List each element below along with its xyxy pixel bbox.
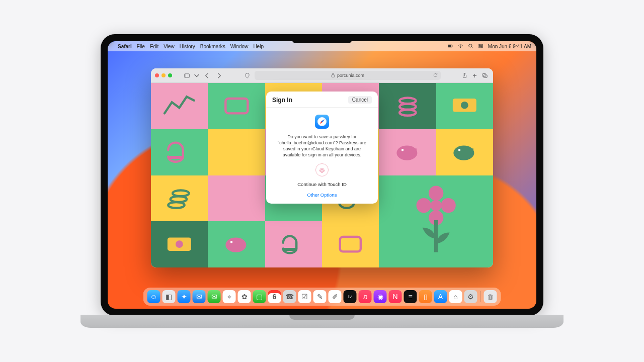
lock-icon bbox=[331, 73, 335, 78]
svg-point-47 bbox=[230, 241, 232, 243]
battery-icon[interactable] bbox=[448, 43, 453, 50]
svg-point-27 bbox=[461, 102, 468, 109]
macbook-mock: Safari File Edit View History Bookmarks … bbox=[101, 34, 543, 328]
menu-datetime[interactable]: Mon Jun 6 9:41 AM bbox=[488, 44, 531, 49]
dock-app-calendar[interactable]: 6 bbox=[268, 290, 281, 303]
dock-app-facetime[interactable]: ▢ bbox=[253, 290, 266, 303]
tab-overview-icon[interactable] bbox=[480, 71, 489, 79]
chevron-down-icon[interactable] bbox=[194, 71, 199, 79]
svg-point-6 bbox=[479, 44, 480, 45]
dock-app-appstore[interactable]: A bbox=[434, 290, 447, 303]
dock-app-contacts[interactable]: ☎ bbox=[283, 290, 296, 303]
svg-point-46 bbox=[225, 238, 246, 252]
dock-app-photos[interactable]: ✿ bbox=[238, 290, 251, 303]
dock: ☺◧✦✉✉⌖✿▢6☎☑✎✐tv♫◉N≡▯A⌂⚙🗑 bbox=[143, 288, 501, 306]
share-icon[interactable] bbox=[460, 71, 469, 79]
nav-back[interactable] bbox=[202, 71, 211, 79]
svg-point-42 bbox=[441, 198, 455, 213]
passkey-dialog: Sign In Cancel Do you want to save a pas… bbox=[266, 92, 378, 204]
sidebar-toggle[interactable] bbox=[182, 71, 191, 79]
dialog-message: Do you want to save a passkey for "chell… bbox=[275, 134, 369, 158]
svg-point-33 bbox=[458, 149, 460, 151]
svg-rect-1 bbox=[448, 45, 451, 47]
svg-rect-14 bbox=[225, 99, 248, 113]
safari-window: porcunia.com bbox=[151, 68, 493, 267]
svg-point-41 bbox=[417, 198, 431, 213]
dialog-title: Sign In bbox=[272, 97, 292, 104]
window-close[interactable] bbox=[155, 73, 159, 77]
address-bar[interactable]: porcunia.com bbox=[255, 71, 441, 80]
svg-point-38 bbox=[431, 200, 442, 211]
address-text: porcunia.com bbox=[337, 73, 364, 78]
laptop-base bbox=[80, 315, 564, 328]
dock-app-notes[interactable]: ✎ bbox=[313, 290, 327, 303]
dock-app-stocks[interactable]: ≡ bbox=[404, 290, 417, 303]
spotlight-icon[interactable] bbox=[468, 43, 473, 50]
safari-app-icon bbox=[315, 115, 329, 129]
dock-app-books[interactable]: ▯ bbox=[419, 290, 432, 303]
desktop: Safari File Edit View History Bookmarks … bbox=[108, 41, 536, 309]
window-minimize[interactable] bbox=[162, 73, 166, 77]
menu-window[interactable]: Window bbox=[230, 44, 249, 49]
dock-app-messages[interactable]: ✉ bbox=[208, 290, 221, 303]
dock-app-launchpad[interactable]: ◧ bbox=[163, 290, 176, 303]
svg-rect-11 bbox=[332, 74, 335, 77]
cancel-button[interactable]: Cancel bbox=[348, 96, 372, 104]
svg-rect-2 bbox=[452, 45, 453, 46]
menu-view[interactable]: View bbox=[164, 44, 175, 49]
dock-app-news[interactable]: N bbox=[389, 290, 402, 303]
svg-rect-31 bbox=[414, 148, 417, 153]
new-tab-icon[interactable] bbox=[470, 71, 479, 79]
menu-history[interactable]: History bbox=[180, 44, 195, 49]
window-zoom[interactable] bbox=[168, 73, 172, 77]
menu-bookmarks[interactable]: Bookmarks bbox=[200, 44, 225, 49]
svg-point-37 bbox=[173, 190, 189, 196]
safari-toolbar: porcunia.com bbox=[151, 68, 493, 83]
continue-label: Continue with Touch ID bbox=[297, 182, 347, 187]
dock-app-finder[interactable]: ☺ bbox=[147, 290, 160, 303]
svg-point-39 bbox=[429, 186, 443, 200]
svg-point-25 bbox=[399, 98, 416, 104]
dock-app-freeform[interactable]: ✐ bbox=[329, 290, 342, 303]
dock-app-home[interactable]: ⌂ bbox=[449, 290, 462, 303]
svg-rect-34 bbox=[470, 148, 473, 153]
other-options-link[interactable]: Other Options bbox=[307, 192, 337, 198]
dock-app-maps[interactable]: ⌖ bbox=[223, 290, 236, 303]
dock-app-safari[interactable]: ✦ bbox=[178, 290, 191, 303]
wifi-icon[interactable] bbox=[458, 43, 463, 50]
svg-point-30 bbox=[401, 149, 404, 151]
dock-app-music[interactable]: ♫ bbox=[359, 290, 372, 303]
dock-app-reminders[interactable]: ☑ bbox=[298, 290, 311, 303]
display-notch bbox=[292, 34, 352, 43]
svg-point-45 bbox=[176, 241, 183, 248]
dock-app-mail[interactable]: ✉ bbox=[193, 290, 206, 303]
dock-separator bbox=[480, 291, 481, 302]
dock-app-tv[interactable]: tv bbox=[344, 290, 357, 303]
svg-rect-9 bbox=[184, 73, 189, 77]
menu-file[interactable]: File bbox=[137, 44, 145, 49]
menu-edit[interactable]: Edit bbox=[150, 44, 158, 49]
reload-icon[interactable] bbox=[433, 73, 438, 78]
svg-line-4 bbox=[471, 47, 472, 48]
touch-id-icon[interactable] bbox=[315, 163, 329, 176]
svg-rect-48 bbox=[282, 248, 297, 251]
svg-rect-28 bbox=[168, 156, 184, 159]
privacy-report-icon[interactable] bbox=[243, 71, 252, 79]
dock-trash[interactable]: 🗑 bbox=[484, 290, 497, 303]
svg-point-8 bbox=[481, 46, 482, 47]
nav-forward[interactable] bbox=[214, 71, 223, 79]
app-menu[interactable]: Safari bbox=[118, 44, 132, 49]
control-center-icon[interactable] bbox=[478, 43, 484, 50]
display-bezel: Safari File Edit View History Bookmarks … bbox=[101, 34, 543, 316]
menu-help[interactable]: Help bbox=[253, 44, 264, 49]
dock-app-podcasts[interactable]: ◉ bbox=[374, 290, 387, 303]
svg-rect-49 bbox=[340, 237, 361, 251]
dock-app-settings[interactable]: ⚙ bbox=[464, 290, 477, 303]
